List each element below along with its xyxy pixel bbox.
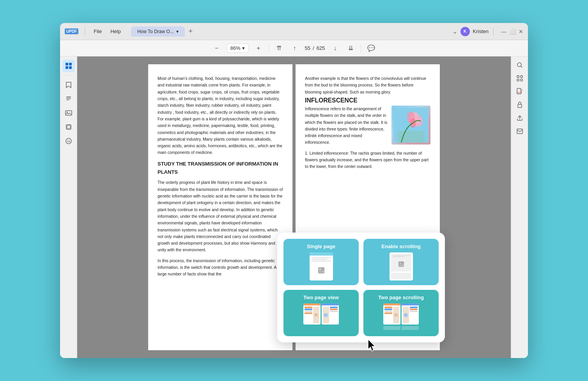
pdf-right-list-1: 1. Limited inflorescence: The rachis gro…: [305, 150, 430, 170]
two-scroll-page-right: [402, 303, 419, 325]
sidebar-icon-thumbnail[interactable]: [62, 60, 75, 72]
tab-active[interactable]: How To Draw O... ▾: [131, 26, 185, 37]
user-name-label: Kristen: [473, 28, 489, 34]
left-sidebar: [60, 56, 77, 358]
toolbar-sep-1: [269, 44, 269, 53]
tab-dropdown-icon[interactable]: ▾: [176, 29, 179, 34]
chevron-down-icon[interactable]: ⌄: [452, 28, 457, 35]
scan-icon[interactable]: [514, 73, 525, 84]
tab-add-button[interactable]: +: [186, 27, 195, 36]
sidebar-icon-layers[interactable]: [62, 121, 75, 133]
enable-scrolling-card[interactable]: Enable scrolling: [363, 239, 439, 285]
share-icon[interactable]: [514, 113, 525, 123]
two-page-scrolling-icon-area: [383, 303, 419, 325]
svg-rect-33: [517, 76, 519, 78]
two-scroll-page-left: [383, 303, 400, 325]
pdf-body-text-2: The orderly progress of plant life histo…: [158, 179, 283, 253]
single-page-icon-area: [310, 252, 333, 280]
tab-bar: How To Draw O... ▾ +: [131, 26, 449, 37]
svg-point-21: [319, 268, 321, 270]
mini-page-right: [322, 303, 339, 325]
svg-rect-39: [518, 104, 522, 108]
sidebar-icon-bookmark[interactable]: [62, 79, 75, 91]
single-page-label: Single page: [307, 243, 335, 249]
menu-file[interactable]: File: [90, 27, 106, 36]
inflorescence-image: [391, 106, 430, 145]
svg-rect-34: [521, 76, 522, 78]
svg-rect-1: [69, 63, 72, 65]
pdf-right-body-1: Another example is that the flowers of t…: [305, 75, 430, 95]
svg-point-29: [395, 314, 397, 316]
svg-rect-36: [521, 79, 522, 81]
page-display: 55 / 625: [305, 45, 325, 51]
minimize-button[interactable]: —: [501, 29, 506, 34]
svg-rect-35: [517, 79, 519, 81]
title-bar-right: ⌄ K Kristen — ⬜ ✕: [452, 27, 523, 36]
svg-point-27: [325, 314, 326, 316]
zoom-display[interactable]: 86% ▾: [227, 44, 248, 53]
two-page-scrolling-label: Two page scrolling: [378, 295, 424, 300]
lock-icon[interactable]: [514, 99, 525, 110]
svg-point-23: [400, 263, 401, 264]
pdf-body-text-1: Most of human's clothing, food, housing,…: [158, 75, 283, 156]
sidebar-icon-sticker[interactable]: [62, 135, 75, 147]
page-separator: /: [313, 45, 314, 51]
title-bar: UPDF File Help How To Draw O... ▾ + ⌄ K …: [60, 23, 528, 40]
pdf-page-left: Most of human's clothing, food, housing,…: [148, 64, 292, 350]
two-page-scrolling-card[interactable]: Two page scrolling: [363, 290, 439, 336]
title-divider-2: [493, 28, 494, 35]
mail-icon[interactable]: [514, 126, 525, 137]
cursor-pointer: [367, 339, 377, 354]
zoom-level-label: 86%: [230, 45, 241, 51]
total-pages-label: 625: [317, 45, 325, 51]
sidebar-icon-text[interactable]: [62, 93, 75, 105]
pdf-convert-icon[interactable]: PDF/A: [514, 86, 525, 97]
main-area: Most of human's clothing, food, housing,…: [60, 56, 528, 358]
svg-rect-5: [66, 98, 71, 99]
app-logo: UPDF: [65, 28, 78, 34]
svg-point-11: [66, 138, 71, 144]
svg-point-25: [315, 314, 317, 316]
right-sidebar: PDF/A: [511, 56, 528, 358]
updf-logo: UPDF: [65, 28, 78, 34]
svg-point-31: [405, 314, 406, 316]
close-button[interactable]: ✕: [519, 29, 523, 34]
svg-rect-40: [517, 129, 522, 134]
title-divider-1: [85, 28, 85, 35]
menu-bar: File Help: [90, 27, 125, 36]
comment-button[interactable]: 💬: [366, 43, 377, 54]
svg-rect-0: [66, 63, 68, 65]
search-icon[interactable]: [514, 60, 525, 71]
maximize-button[interactable]: ⬜: [510, 29, 515, 34]
sidebar-icon-image[interactable]: [62, 107, 75, 119]
sidebar-divider-1: [63, 75, 74, 76]
svg-rect-10: [67, 125, 70, 129]
avatar: K: [460, 27, 470, 36]
first-page-button[interactable]: ⇈: [274, 43, 285, 54]
pdf-heading-1: STUDY THE TRANSMISSION OF INFORMATION IN…: [158, 160, 283, 176]
tab-label: How To Draw O...: [137, 29, 174, 34]
next-page-button[interactable]: ↓: [329, 43, 340, 54]
svg-point-13: [69, 140, 70, 141]
svg-rect-2: [66, 66, 68, 69]
svg-rect-3: [69, 66, 72, 69]
zoom-out-button[interactable]: −: [211, 43, 222, 54]
last-page-button[interactable]: ⇊: [345, 43, 356, 54]
app-window: UPDF File Help How To Draw O... ▾ + ⌄ K …: [60, 23, 528, 358]
svg-point-12: [67, 140, 68, 141]
current-page-input[interactable]: 55: [305, 45, 310, 51]
two-page-view-icon-area: [303, 303, 339, 325]
inflorescence-text: Inflorescence refers to the arrangement …: [305, 106, 388, 146]
pdf-area[interactable]: Most of human's clothing, food, housing,…: [77, 56, 511, 358]
inflorescence-section: Inflorescence refers to the arrangement …: [305, 106, 430, 146]
enable-scrolling-label: Enable scrolling: [381, 243, 420, 249]
two-page-view-card[interactable]: Two page view: [283, 290, 359, 336]
menu-help[interactable]: Help: [106, 27, 125, 36]
single-page-card[interactable]: Single page: [283, 239, 359, 285]
pdf-body-text-3: In this process, the transmission of inf…: [158, 258, 283, 278]
zoom-in-button[interactable]: +: [253, 43, 264, 54]
prev-page-button[interactable]: ↑: [289, 43, 300, 54]
view-mode-popup: Single page: [277, 233, 445, 342]
two-page-view-label: Two page view: [303, 295, 339, 300]
svg-rect-6: [66, 100, 69, 101]
